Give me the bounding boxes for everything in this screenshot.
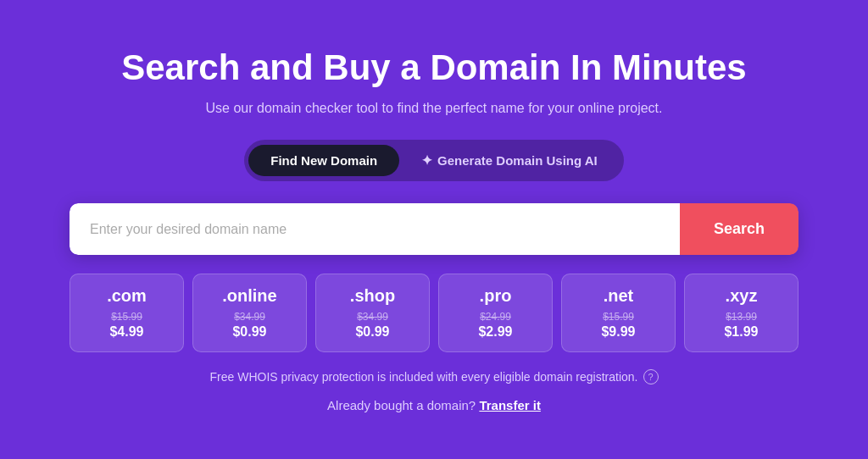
domain-extension: .online xyxy=(202,286,298,306)
privacy-notice: Free WHOIS privacy protection is include… xyxy=(210,369,659,384)
domain-extension: .pro xyxy=(448,286,543,306)
sparkle-icon: ✦ xyxy=(421,152,432,169)
search-button[interactable]: Search xyxy=(680,203,798,255)
domain-extension: .shop xyxy=(325,286,420,306)
domain-card[interactable]: .shop$34.99$0.99 xyxy=(315,274,430,352)
domain-card[interactable]: .net$15.99$9.99 xyxy=(561,274,676,352)
domain-old-price: $15.99 xyxy=(79,311,175,323)
domain-extension: .xyz xyxy=(693,286,789,306)
domain-search-input[interactable] xyxy=(70,203,680,255)
page-title: Search and Buy a Domain In Minutes xyxy=(121,47,746,89)
find-domain-tab[interactable]: Find New Domain xyxy=(248,145,399,176)
page-subtitle: Use our domain checker tool to find the … xyxy=(206,101,663,116)
domain-old-price: $15.99 xyxy=(570,311,666,323)
domain-card[interactable]: .com$15.99$4.99 xyxy=(70,274,184,352)
domain-extension: .net xyxy=(570,286,666,306)
domain-new-price: $4.99 xyxy=(79,324,175,340)
domain-old-price: $24.99 xyxy=(448,311,543,323)
domain-new-price: $1.99 xyxy=(693,324,789,340)
transfer-row: Already bought a domain? Transfer it xyxy=(327,398,541,412)
transfer-link[interactable]: Transfer it xyxy=(479,398,541,412)
domain-cards: .com$15.99$4.99.online$34.99$0.99.shop$3… xyxy=(70,274,798,352)
domain-card[interactable]: .xyz$13.99$1.99 xyxy=(684,274,798,352)
domain-old-price: $13.99 xyxy=(693,311,789,323)
domain-new-price: $0.99 xyxy=(202,324,298,340)
domain-extension: .com xyxy=(79,286,175,306)
domain-new-price: $2.99 xyxy=(448,324,543,340)
page-wrapper: Search and Buy a Domain In Minutes Use o… xyxy=(0,0,868,459)
search-row: Search xyxy=(70,203,798,255)
domain-new-price: $9.99 xyxy=(570,324,666,340)
domain-card[interactable]: .online$34.99$0.99 xyxy=(192,274,307,352)
tab-toggle: Find New Domain ✦ Generate Domain Using … xyxy=(244,140,624,181)
domain-card[interactable]: .pro$24.99$2.99 xyxy=(438,274,553,352)
help-icon[interactable]: ? xyxy=(643,369,659,384)
domain-old-price: $34.99 xyxy=(202,311,298,323)
ai-domain-tab[interactable]: ✦ Generate Domain Using AI xyxy=(399,144,620,177)
domain-new-price: $0.99 xyxy=(325,324,420,340)
domain-old-price: $34.99 xyxy=(325,311,420,323)
